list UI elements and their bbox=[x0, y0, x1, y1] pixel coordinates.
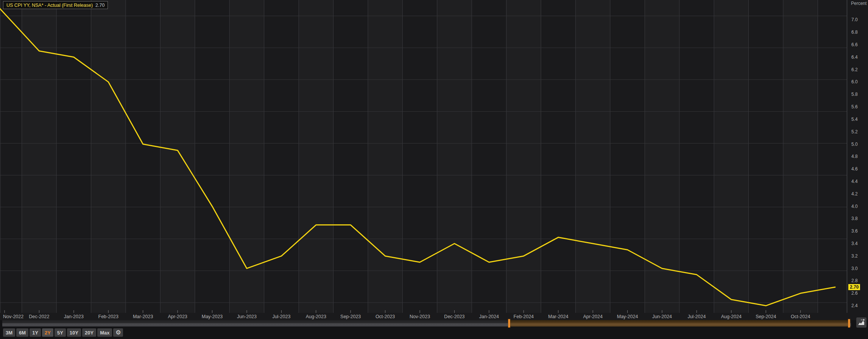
x-axis-label: Jun-2023 bbox=[237, 314, 257, 319]
y-axis-label: 4.0 bbox=[851, 204, 858, 209]
month-band bbox=[368, 0, 402, 313]
range-button-5y[interactable]: 5Y bbox=[55, 328, 66, 337]
month-band bbox=[229, 0, 264, 313]
x-axis-label: Mar-2023 bbox=[133, 314, 153, 319]
range-button-10y[interactable]: 10Y bbox=[67, 328, 81, 337]
range-button-2y[interactable]: 2Y bbox=[42, 328, 53, 337]
x-axis-label: Feb-2023 bbox=[98, 314, 118, 319]
y-axis-label: 6.8 bbox=[851, 30, 858, 35]
x-axis-label: Sep-2023 bbox=[340, 314, 361, 319]
x-axis-label: Oct-2024 bbox=[791, 314, 810, 319]
y-axis: Percent 7.06.86.66.46.26.05.85.65.45.25.… bbox=[847, 0, 868, 313]
x-axis-label: Apr-2023 bbox=[168, 314, 187, 319]
range-button-20y[interactable]: 20Y bbox=[82, 328, 96, 337]
time-range-selected-window[interactable] bbox=[510, 320, 849, 327]
last-value-badge: 2.70 bbox=[848, 284, 860, 290]
month-band bbox=[22, 0, 56, 313]
range-button-bar: 3M6M1Y2Y5Y10Y20YMax⚙ bbox=[3, 328, 123, 337]
month-band bbox=[783, 0, 818, 313]
month-band bbox=[299, 0, 333, 313]
x-axis-label: Jul-2024 bbox=[687, 314, 706, 319]
x-axis-label: Jun-2024 bbox=[652, 314, 672, 319]
y-axis-label: 4.6 bbox=[851, 166, 858, 172]
y-axis-label: 3.6 bbox=[851, 228, 858, 234]
y-axis-label: 3.2 bbox=[851, 253, 858, 259]
y-axis-label: 5.2 bbox=[851, 129, 858, 134]
y-axis-label: 4.2 bbox=[851, 191, 858, 197]
y-axis-label: 6.2 bbox=[851, 67, 858, 72]
y-axis-label: 3.4 bbox=[851, 241, 858, 246]
x-axis-label: Nov-2023 bbox=[410, 314, 430, 319]
x-axis-label: Oct-2023 bbox=[376, 314, 395, 319]
month-band bbox=[437, 0, 472, 313]
y-axis-label: 2.8 bbox=[851, 278, 858, 283]
y-axis-label: 5.0 bbox=[851, 142, 858, 147]
chart-footer: 3M6M1Y2Y5Y10Y20YMax⚙ bbox=[0, 320, 868, 339]
x-axis-label: Feb-2024 bbox=[514, 314, 534, 319]
range-handle-left[interactable] bbox=[508, 319, 510, 328]
area-chart-arrow-icon bbox=[856, 317, 866, 328]
x-axis-label: May-2024 bbox=[617, 314, 638, 319]
x-axis-label: Dec-2022 bbox=[29, 314, 49, 319]
range-button-1y[interactable]: 1Y bbox=[30, 328, 41, 337]
y-axis-label: 5.4 bbox=[851, 117, 858, 122]
x-axis-label: Jan-2023 bbox=[64, 314, 84, 319]
plot-area[interactable] bbox=[0, 0, 847, 313]
x-axis-label: Nov-2022 bbox=[3, 314, 23, 319]
y-axis-label: 6.4 bbox=[851, 55, 858, 60]
x-axis-label: Aug-2023 bbox=[306, 314, 326, 319]
month-band bbox=[91, 0, 126, 313]
y-axis-label: 5.6 bbox=[851, 104, 858, 109]
chart-export-button[interactable] bbox=[856, 317, 866, 328]
y-axis-label: 2.6 bbox=[851, 291, 858, 296]
y-axis-unit-label: Percent bbox=[851, 1, 866, 6]
series-latest-value: 2.70 bbox=[95, 3, 104, 8]
chart-window: US CPI YY, NSA* - Actual (First Release)… bbox=[0, 0, 868, 339]
y-axis-label: 6.0 bbox=[851, 79, 858, 84]
x-axis-label: Jul-2023 bbox=[272, 314, 290, 319]
x-axis-label: Mar-2024 bbox=[548, 314, 569, 319]
x-axis-label: Sep-2024 bbox=[756, 314, 776, 319]
x-axis-label: Apr-2024 bbox=[583, 314, 602, 319]
y-axis-label: 4.4 bbox=[851, 179, 858, 184]
y-axis-label: 6.6 bbox=[851, 42, 858, 47]
series-label: US CPI YY, NSA* - Actual (First Release) bbox=[6, 3, 93, 8]
x-axis-label: May-2023 bbox=[202, 314, 223, 319]
y-axis-label: 2.4 bbox=[851, 303, 858, 308]
month-band bbox=[714, 0, 748, 313]
y-axis-label: 3.8 bbox=[851, 216, 858, 221]
month-band bbox=[645, 0, 679, 313]
x-axis-label: Aug-2024 bbox=[721, 314, 742, 319]
y-axis-label: 7.0 bbox=[851, 17, 858, 22]
y-axis-label: 4.8 bbox=[851, 154, 858, 159]
gear-icon[interactable]: ⚙ bbox=[113, 328, 123, 337]
range-button-6m[interactable]: 6M bbox=[16, 328, 28, 337]
x-axis-label: Jan-2024 bbox=[479, 314, 499, 319]
range-button-max[interactable]: Max bbox=[97, 328, 112, 337]
y-axis-label: 5.8 bbox=[851, 92, 858, 97]
month-band bbox=[575, 0, 610, 313]
y-axis-label: 3.0 bbox=[851, 266, 858, 271]
month-band bbox=[160, 0, 195, 313]
range-button-3m[interactable]: 3M bbox=[3, 328, 15, 337]
series-legend[interactable]: US CPI YY, NSA* - Actual (First Release)… bbox=[3, 1, 108, 9]
x-axis-label: Dec-2023 bbox=[444, 314, 464, 319]
month-band bbox=[506, 0, 541, 313]
range-handle-right[interactable] bbox=[848, 319, 850, 328]
